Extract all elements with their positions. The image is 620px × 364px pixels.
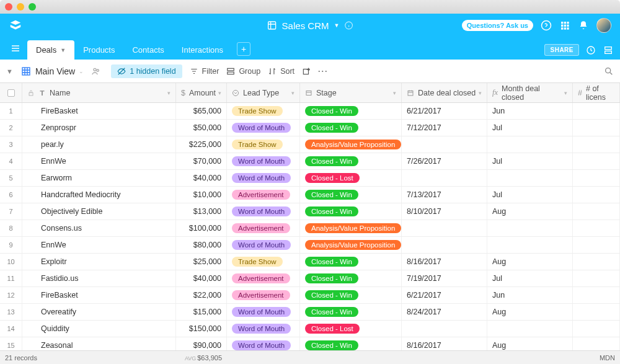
cell-lead-type[interactable]: Word of Mouth xyxy=(227,237,300,253)
cell-lead-type[interactable]: Advertisement xyxy=(227,270,300,286)
cell-month-closed[interactable]: Jun xyxy=(487,103,573,119)
cell-lead-type[interactable]: Word of Mouth xyxy=(227,120,300,136)
base-title[interactable]: Sales CRM xyxy=(282,20,329,31)
add-table-button[interactable]: + xyxy=(237,42,250,56)
column-header-date-closed[interactable]: Date deal closed▾ xyxy=(402,83,487,102)
cell-licenses[interactable] xyxy=(573,270,620,286)
cell-licenses[interactable] xyxy=(573,220,620,236)
cell-date-closed[interactable]: 8/10/2017 xyxy=(402,203,487,220)
cell-stage[interactable]: Analysis/Value Proposition xyxy=(300,237,402,253)
cell-licenses[interactable] xyxy=(573,136,620,153)
cell-month-closed[interactable]: Aug xyxy=(487,304,573,320)
cell-date-closed[interactable] xyxy=(402,321,487,337)
app-logo-icon[interactable] xyxy=(9,19,22,32)
cell-date-closed[interactable]: 6/21/2017 xyxy=(402,103,487,119)
cell-month-closed[interactable] xyxy=(487,170,573,186)
cell-date-closed[interactable]: 8/16/2017 xyxy=(402,254,487,270)
cell-lead-type[interactable]: Advertisement xyxy=(227,187,300,203)
cell-date-closed[interactable] xyxy=(402,237,487,253)
cell-stage[interactable]: Closed - Win xyxy=(300,103,402,119)
table-row[interactable]: 10Exploitr$25,000Trade ShowClosed - Win8… xyxy=(0,254,620,270)
select-all-cell[interactable] xyxy=(0,83,22,102)
cell-amount[interactable]: $13,000 xyxy=(176,203,227,220)
cell-licenses[interactable] xyxy=(573,254,620,270)
cell-amount[interactable]: $225,000 xyxy=(176,136,227,153)
cell-licenses[interactable] xyxy=(573,321,620,337)
share-button[interactable]: SHARE xyxy=(544,44,579,56)
cell-stage[interactable]: Closed - Win xyxy=(300,270,402,286)
cell-licenses[interactable] xyxy=(573,153,620,169)
maximize-window-button[interactable] xyxy=(29,3,36,11)
cell-month-closed[interactable]: Jun xyxy=(487,287,573,303)
cell-amount[interactable]: $100,000 xyxy=(176,220,227,236)
cell-lead-type[interactable]: Word of Mouth xyxy=(227,321,300,337)
cell-month-closed[interactable] xyxy=(487,237,573,253)
cell-stage[interactable]: Closed - Win xyxy=(300,287,402,303)
cell-name[interactable]: Earworm xyxy=(22,170,176,186)
blocks-icon[interactable] xyxy=(603,45,614,56)
column-header-stage[interactable]: Stage▾ xyxy=(300,83,402,102)
cell-month-closed[interactable]: Jul xyxy=(487,187,573,203)
cell-date-closed[interactable] xyxy=(402,220,487,236)
table-row[interactable]: 13Overeatify$15,000Word of MouthClosed -… xyxy=(0,304,620,321)
cell-stage[interactable]: Closed - Win xyxy=(300,254,402,270)
cell-stage[interactable]: Closed - Win xyxy=(300,153,402,169)
table-row[interactable]: 7Objectively Edible$13,000Word of MouthC… xyxy=(0,203,620,220)
cell-stage[interactable]: Analysis/Value Proposition xyxy=(300,220,402,236)
cell-stage[interactable]: Closed - Win xyxy=(300,120,402,136)
search-icon[interactable] xyxy=(604,66,614,76)
cell-month-closed[interactable] xyxy=(487,321,573,337)
cell-date-closed[interactable]: 6/21/2017 xyxy=(402,287,487,303)
cell-stage[interactable]: Closed - Win xyxy=(300,304,402,320)
cell-date-closed[interactable]: 7/13/2017 xyxy=(402,187,487,203)
cell-lead-type[interactable]: Advertisement xyxy=(227,287,300,303)
table-row[interactable]: 11Fastidio.us$40,000AdvertisementClosed … xyxy=(0,270,620,287)
cell-amount[interactable]: $25,000 xyxy=(176,254,227,270)
cell-lead-type[interactable]: Word of Mouth xyxy=(227,203,300,220)
table-row[interactable]: 9EnnWe$80,000Word of MouthAnalysis/Value… xyxy=(0,237,620,254)
column-header-lead-type[interactable]: Lead Type▾ xyxy=(227,83,300,102)
cell-name[interactable]: Handcrafted Mediocrity xyxy=(22,187,176,203)
cell-amount[interactable]: $50,000 xyxy=(176,120,227,136)
column-header-licenses[interactable]: # # of licens xyxy=(573,83,620,102)
cell-name[interactable]: FireBasket xyxy=(22,287,176,303)
notifications-icon[interactable] xyxy=(578,20,589,31)
cell-date-closed[interactable]: 7/19/2017 xyxy=(402,270,487,286)
cell-name[interactable]: Zenprospr xyxy=(22,120,176,136)
table-row[interactable]: 8Consens.us$100,000AdvertisementAnalysis… xyxy=(0,220,620,237)
cell-licenses[interactable] xyxy=(573,287,620,303)
tab-products[interactable]: Products xyxy=(74,40,123,60)
column-header-amount[interactable]: $ Amount▾ xyxy=(176,83,227,102)
more-options-icon[interactable]: ··· xyxy=(318,67,328,76)
questions-button[interactable]: Questions? Ask us xyxy=(462,20,533,31)
tab-contacts[interactable]: Contacts xyxy=(123,40,172,60)
cell-lead-type[interactable]: Word of Mouth xyxy=(227,170,300,186)
minimize-window-button[interactable] xyxy=(17,3,24,11)
help-icon[interactable] xyxy=(541,20,552,31)
cell-lead-type[interactable]: Word of Mouth xyxy=(227,153,300,169)
table-row[interactable]: 6Handcrafted Mediocrity$10,000Advertisem… xyxy=(0,187,620,203)
cell-amount[interactable]: $65,000 xyxy=(176,103,227,119)
summary-mdn[interactable]: MDN xyxy=(600,354,620,362)
column-header-name[interactable]: Name▾ xyxy=(22,83,176,102)
filter-button[interactable]: Filter xyxy=(190,67,219,76)
cell-stage[interactable]: Closed - Lost xyxy=(300,321,402,337)
table-row[interactable]: 1FireBasket$65,000Trade ShowClosed - Win… xyxy=(0,103,620,120)
apps-icon[interactable] xyxy=(559,20,570,31)
cell-name[interactable]: Quiddity xyxy=(22,321,176,337)
cell-date-closed[interactable]: 8/24/2017 xyxy=(402,304,487,320)
cell-name[interactable]: FireBasket xyxy=(22,103,176,119)
tab-deals[interactable]: Deals▼ xyxy=(27,40,74,60)
table-row[interactable]: 4EnnWe$70,000Word of MouthClosed - Win7/… xyxy=(0,153,620,170)
sort-button[interactable]: Sort xyxy=(268,67,294,76)
view-switcher[interactable]: Main View ⌄ xyxy=(20,66,84,77)
table-row[interactable]: 12FireBasket$22,000AdvertisementClosed -… xyxy=(0,287,620,304)
cell-amount[interactable]: $40,000 xyxy=(176,270,227,286)
hidden-fields-button[interactable]: 1 hidden field xyxy=(111,64,182,78)
select-all-checkbox[interactable] xyxy=(7,89,15,97)
info-icon[interactable] xyxy=(344,21,353,30)
chevron-down-icon[interactable]: ▼ xyxy=(334,22,339,29)
cell-amount[interactable]: $150,000 xyxy=(176,321,227,337)
cell-licenses[interactable] xyxy=(573,187,620,203)
cell-month-closed[interactable] xyxy=(487,220,573,236)
